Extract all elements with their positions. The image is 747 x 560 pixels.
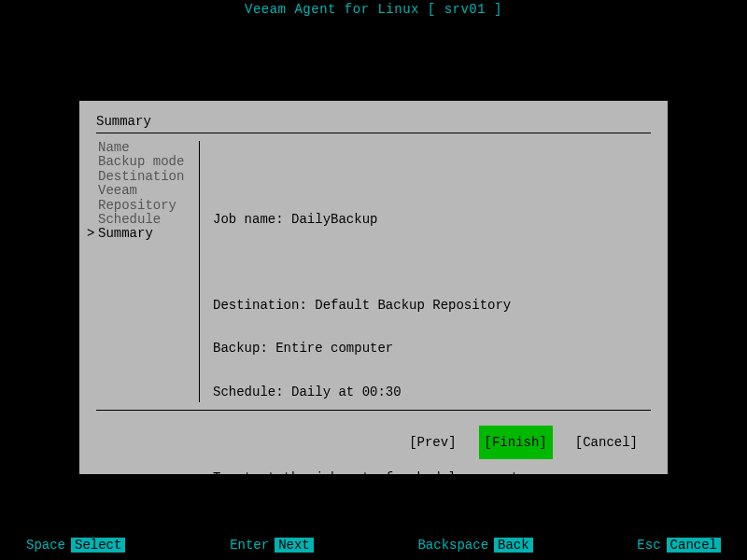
- dialog-body: Name Backup mode Destination Veeam Repos…: [96, 141, 651, 406]
- schedule-label: Schedule:: [213, 385, 284, 399]
- backup-value: Entire computer: [275, 341, 393, 356]
- wizard-dialog: Summary Name Backup mode Destination Vee…: [79, 101, 668, 474]
- divider: [96, 133, 651, 133]
- key-esc: Esc Cancel: [637, 538, 721, 553]
- dialog-title: Summary: [96, 114, 651, 133]
- hint-line-2: veeamconfig job start --name "DailyBacku…: [213, 514, 651, 528]
- key-label: Enter: [230, 538, 269, 553]
- key-label: Space: [26, 538, 65, 553]
- key-space: Space Select: [26, 538, 125, 553]
- dialog-buttons: [Prev] [Finish] [Cancel]: [96, 418, 651, 463]
- key-action: Cancel: [667, 538, 721, 553]
- nav-item-destination[interactable]: Destination: [98, 170, 193, 184]
- keybind-footer: Space Select Enter Next Backspace Back E…: [0, 538, 747, 553]
- key-action: Back: [494, 538, 533, 553]
- nav-item-name[interactable]: Name: [98, 141, 193, 155]
- divider-bottom: [96, 410, 651, 411]
- key-label: Esc: [637, 538, 660, 553]
- destination-label: Destination:: [213, 298, 307, 313]
- summary-panel: Job name: DailyBackup Destination: Defau…: [213, 141, 651, 406]
- key-action: Next: [275, 538, 314, 553]
- backup-label: Backup:: [213, 341, 268, 356]
- schedule-value: Daily at 00:30: [291, 385, 402, 399]
- key-action: Select: [71, 538, 125, 553]
- app-title: Veeam Agent for Linux [ srv01 ]: [0, 2, 747, 17]
- nav-item-veeam[interactable]: Veeam: [98, 184, 193, 198]
- finish-button[interactable]: [Finish]: [479, 426, 553, 459]
- destination-value: Default Backup Repository: [315, 298, 511, 313]
- nav-item-repository[interactable]: Repository: [98, 199, 193, 213]
- hint-line-1: To start the job out of schedule execute…: [213, 471, 651, 485]
- nav-item-summary[interactable]: Summary: [98, 227, 193, 241]
- vertical-divider: [199, 141, 200, 402]
- key-enter: Enter Next: [230, 538, 314, 553]
- cancel-button[interactable]: [Cancel]: [570, 426, 643, 459]
- job-name-label: Job name:: [213, 212, 284, 227]
- nav-item-schedule[interactable]: Schedule: [98, 213, 193, 227]
- nav-item-backup-mode[interactable]: Backup mode: [98, 155, 193, 169]
- key-label: Backspace: [417, 538, 488, 553]
- wizard-nav: Name Backup mode Destination Veeam Repos…: [96, 141, 199, 406]
- key-backspace: Backspace Back: [417, 538, 532, 553]
- prev-button[interactable]: [Prev]: [403, 426, 461, 459]
- job-name-value: DailyBackup: [291, 212, 377, 227]
